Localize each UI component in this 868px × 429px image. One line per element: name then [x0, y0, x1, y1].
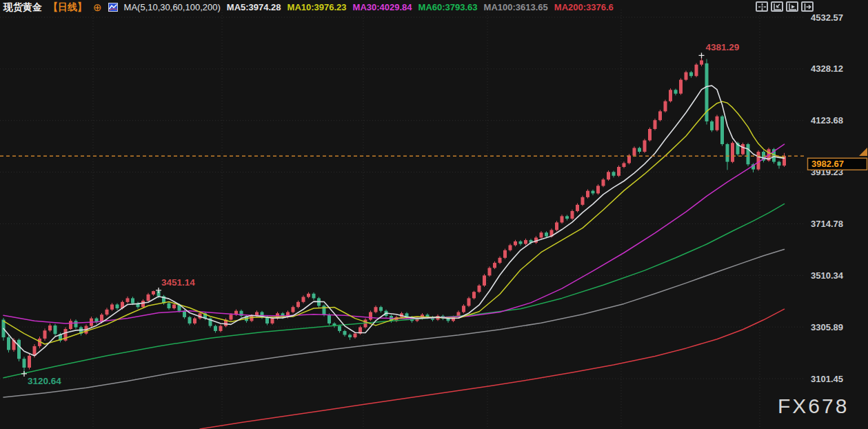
svg-text:3101.45: 3101.45 [811, 374, 843, 384]
svg-text:3120.64: 3120.64 [28, 376, 61, 386]
svg-text:3510.34: 3510.34 [811, 270, 844, 281]
low-marker: 3120.64 [21, 371, 61, 386]
ma30-line [3, 144, 785, 323]
add-indicator-icon[interactable]: ⊕ [93, 3, 102, 12]
candles-layer [2, 55, 787, 374]
high-marker: 3451.14 [156, 277, 195, 293]
last-price-box: 3982.67 [808, 158, 867, 170]
fx678-watermark: FX678 [778, 395, 849, 417]
svg-text:3982.67: 3982.67 [811, 159, 844, 169]
latest-price-arrow-icon [859, 148, 867, 156]
indicator-chart-icon[interactable] [108, 3, 118, 12]
playback-icon[interactable] [786, 1, 798, 12]
ma30-legend: MA30:4029.84 [353, 2, 412, 12]
symbol-title: 现货黄金 [3, 1, 42, 14]
price-chart[interactable]: 3120.643451.144381.294532.574328.124123.… [0, 0, 868, 429]
gold-daily-chart-app: 3120.643451.144381.294532.574328.124123.… [0, 0, 868, 429]
period-selector[interactable]: 【日线】 [48, 1, 87, 14]
ma-settings-label: MA(5,10,30,60,100,200) [124, 2, 221, 12]
chart-toolbar [756, 1, 814, 12]
svg-text:3305.89: 3305.89 [811, 322, 843, 332]
y-axis-labels: 4532.574328.124123.683919.233714.783510.… [811, 12, 844, 384]
svg-text:4381.29: 4381.29 [706, 42, 740, 52]
high-marker: 4381.29 [699, 42, 740, 58]
svg-text:4532.57: 4532.57 [811, 12, 843, 23]
ma5-line [3, 86, 785, 356]
svg-text:4328.12: 4328.12 [811, 63, 843, 74]
ma5-legend: MA5:3974.28 [227, 2, 281, 12]
svg-text:4123.68: 4123.68 [811, 115, 843, 126]
ma200-legend: MA200:3376.6 [554, 2, 614, 12]
chart-header: 现货黄金 【日线】 ⊕ MA(5,10,30,60,100,200) MA5:3… [0, 0, 614, 14]
ma100-line [3, 250, 785, 397]
ma10-legend: MA10:3976.23 [287, 2, 347, 12]
fit-chart-icon[interactable] [771, 1, 783, 12]
ma100-legend: MA100:3613.65 [484, 2, 548, 12]
svg-text:3714.78: 3714.78 [811, 219, 843, 229]
ma60-line [3, 204, 785, 378]
ma60-legend: MA60:3793.63 [418, 2, 478, 12]
ma200-line [200, 309, 785, 429]
goto-latest-icon[interactable] [801, 1, 814, 12]
svg-text:3451.14: 3451.14 [161, 277, 195, 288]
crosshair-tool-icon[interactable] [756, 1, 768, 12]
